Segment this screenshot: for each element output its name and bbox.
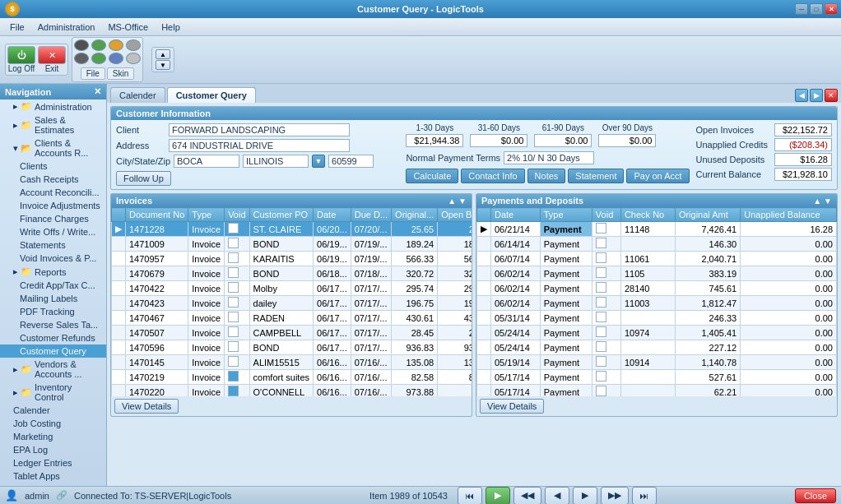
- city-input[interactable]: [174, 155, 239, 168]
- table-row[interactable]: ▶06/21/14Payment111487,426.4116.28: [477, 222, 837, 237]
- sidebar-item-invoice-adjustments[interactable]: Invoice Adjustments: [0, 199, 106, 212]
- color-btn-5[interactable]: [74, 53, 89, 64]
- nav-prev-btn[interactable]: ◀◀: [513, 487, 541, 505]
- col-date[interactable]: Date: [314, 208, 351, 222]
- table-row[interactable]: 06/02/14Payment28140745.610.00: [477, 281, 837, 296]
- nav-prev2-btn[interactable]: ◀: [545, 487, 569, 505]
- payments-view-details-btn[interactable]: View Details: [480, 399, 544, 414]
- color-btn-1[interactable]: [74, 39, 89, 51]
- void-checkbox[interactable]: [596, 282, 606, 293]
- payment-terms-input[interactable]: [504, 151, 594, 164]
- color-btn-4[interactable]: [126, 39, 141, 51]
- table-row[interactable]: 1470422InvoiceMolby06/17...07/17/...295.…: [112, 281, 472, 296]
- nav-close-icon[interactable]: ✕: [94, 86, 101, 97]
- table-row[interactable]: 06/02/14Payment110031,812.470.00: [477, 296, 837, 311]
- tab-calender[interactable]: Calender: [110, 87, 165, 103]
- sidebar-item-finance-charges[interactable]: Finance Charges: [0, 212, 106, 225]
- sidebar-item-tablet-apps[interactable]: Tablet Apps: [0, 469, 106, 483]
- col-original-amt[interactable]: Original Amt: [675, 208, 740, 222]
- col-customer-po[interactable]: Customer PO: [249, 208, 313, 222]
- table-row[interactable]: 06/02/14Payment1105383.190.00: [477, 266, 837, 281]
- sidebar-item-epa-log[interactable]: EPA Log: [0, 443, 106, 456]
- void-checkbox[interactable]: [596, 312, 606, 322]
- minimize-btn[interactable]: ─: [795, 3, 808, 15]
- void-checkbox[interactable]: [228, 341, 239, 352]
- void-checkbox[interactable]: [596, 267, 606, 278]
- sidebar-item-ledger-entries[interactable]: Ledger Entries: [0, 456, 106, 469]
- sidebar-item-mailing-labels[interactable]: Mailing Labels: [0, 292, 106, 305]
- void-checkbox[interactable]: [596, 356, 606, 367]
- color-btn-2[interactable]: [91, 39, 106, 51]
- col-open-balance[interactable]: Open Bala...: [438, 208, 472, 222]
- tab-close[interactable]: ✕: [825, 89, 838, 102]
- sidebar-item-clients-accounts[interactable]: ▾ 📂 Clients & Accounts R...: [0, 136, 106, 160]
- void-checkbox[interactable]: [596, 238, 606, 248]
- sidebar-item-administration[interactable]: ▸ 📁 Administration: [0, 99, 106, 113]
- table-row[interactable]: 1470467InvoiceRADEN06/17...07/17/...430.…: [112, 311, 472, 326]
- table-row[interactable]: 1470423Invoicedailey06/17...07/17/...196…: [112, 296, 472, 311]
- void-checkbox[interactable]: [596, 326, 606, 337]
- void-checkbox[interactable]: [596, 252, 606, 263]
- table-row[interactable]: 1470219Invoicecomfort suites06/16...07/1…: [112, 370, 472, 385]
- void-checkbox[interactable]: [228, 282, 239, 293]
- tab-nav-prev[interactable]: ◀: [795, 89, 808, 102]
- color-btn-6[interactable]: [91, 53, 106, 64]
- table-row[interactable]: 1471009InvoiceBOND06/19...07/19/...189.2…: [112, 237, 472, 252]
- sidebar-item-credit-app[interactable]: Credit App/Tax C...: [0, 279, 106, 292]
- void-checkbox[interactable]: [228, 267, 239, 278]
- nav-next-btn[interactable]: ▶: [573, 487, 597, 505]
- menu-help[interactable]: Help: [155, 21, 187, 34]
- table-row[interactable]: 06/14/14Payment146.300.00: [477, 237, 837, 252]
- void-checkbox[interactable]: [596, 371, 606, 381]
- void-checkbox[interactable]: [596, 386, 606, 396]
- void-checkbox[interactable]: [228, 371, 239, 381]
- table-row[interactable]: 1470145InvoiceALIM1551506/16...07/16/...…: [112, 355, 472, 370]
- col-due-date[interactable]: Due D...: [351, 208, 391, 222]
- table-row[interactable]: 1470507InvoiceCAMPBELL06/17...07/17/...2…: [112, 326, 472, 340]
- menu-msoffice[interactable]: MS-Office: [101, 21, 155, 34]
- table-row[interactable]: 05/24/14Payment227.120.00: [477, 340, 837, 355]
- table-row[interactable]: 1470679InvoiceBOND06/18...07/18/...320.7…: [112, 266, 472, 281]
- sidebar-item-void-invoices[interactable]: Void Invoices & P...: [0, 252, 106, 265]
- pay-on-acct-btn[interactable]: Pay on Acct: [626, 169, 689, 183]
- close-btn[interactable]: ✕: [825, 3, 838, 15]
- tab-nav-next[interactable]: ▶: [810, 89, 823, 102]
- col-type[interactable]: Type: [188, 208, 225, 222]
- sidebar-item-calender[interactable]: Calender: [0, 404, 106, 417]
- void-checkbox[interactable]: [596, 341, 606, 352]
- table-row[interactable]: 05/24/14Payment109741,405.410.00: [477, 326, 837, 340]
- col-type[interactable]: Type: [540, 208, 592, 222]
- sidebar-item-customer-refunds[interactable]: Customer Refunds: [0, 331, 106, 344]
- state-lookup-btn[interactable]: ▼: [312, 155, 325, 168]
- nav-play-btn[interactable]: ▶: [486, 487, 510, 505]
- void-checkbox[interactable]: [228, 386, 239, 396]
- sidebar-item-clients[interactable]: Clients: [0, 160, 106, 173]
- exit-btn[interactable]: ✕: [38, 46, 66, 64]
- payments-table-scroll[interactable]: Date Type Void Check No Original Amt Una…: [476, 207, 837, 396]
- address-input[interactable]: [169, 139, 350, 152]
- sidebar-item-pdf-tracking[interactable]: PDF Tracking: [0, 305, 106, 318]
- nav-last-btn[interactable]: ⏭: [632, 487, 657, 505]
- void-checkbox[interactable]: [228, 326, 239, 337]
- calculate-btn[interactable]: Calculate: [406, 169, 458, 183]
- void-checkbox[interactable]: [596, 297, 606, 307]
- col-original[interactable]: Original...: [392, 208, 438, 222]
- invoices-table-scroll[interactable]: Document No Type Void Customer PO Date D…: [111, 207, 472, 396]
- menu-file[interactable]: File: [3, 21, 31, 34]
- zip-input[interactable]: [328, 155, 374, 168]
- sidebar-item-reports[interactable]: ▸ 📁 Reports: [0, 265, 106, 279]
- table-row[interactable]: 05/17/14Payment527.610.00: [477, 370, 837, 385]
- void-checkbox[interactable]: [228, 356, 239, 367]
- col-unapplied-balance[interactable]: Unapplied Balance: [741, 208, 837, 222]
- void-checkbox[interactable]: [228, 223, 239, 234]
- payments-scroll-up[interactable]: ▲: [813, 197, 821, 206]
- follow-up-btn[interactable]: Follow Up: [116, 171, 171, 186]
- table-row[interactable]: 05/17/14Payment62.210.00: [477, 385, 837, 397]
- logoff-btn[interactable]: ⏻: [7, 46, 35, 64]
- void-checkbox[interactable]: [228, 252, 239, 263]
- menu-administration[interactable]: Administration: [31, 21, 102, 34]
- void-checkbox[interactable]: [228, 297, 239, 307]
- sidebar-item-job-costing[interactable]: Job Costing: [0, 417, 106, 430]
- col-void[interactable]: Void: [225, 208, 249, 222]
- sidebar-item-cash-receipts[interactable]: Cash Receipts: [0, 173, 106, 186]
